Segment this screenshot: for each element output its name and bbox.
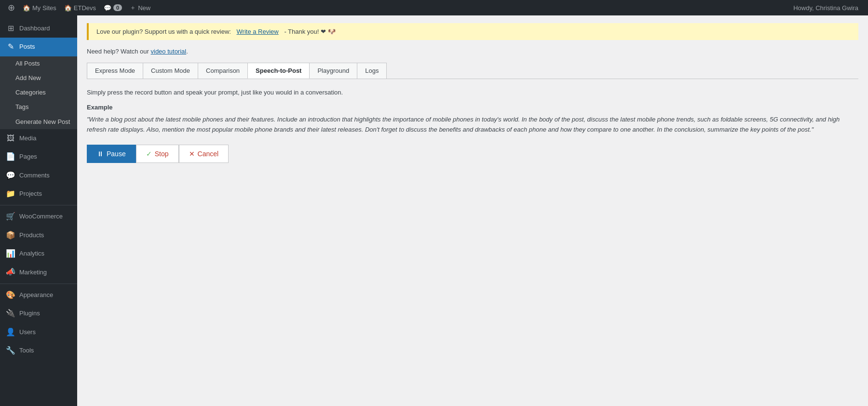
wp-logo-item[interactable]: ⊕ <box>4 0 19 15</box>
example-label: Example <box>87 104 858 111</box>
plugins-icon: 🔌 <box>6 308 15 319</box>
my-sites-icon: 🏠 <box>23 4 30 12</box>
sidebar-item-comments[interactable]: 💬 Comments <box>0 166 77 185</box>
sidebar-label-projects: Projects <box>19 189 42 198</box>
categories-label: Categories <box>15 88 46 97</box>
new-item[interactable]: ＋ New <box>126 0 154 15</box>
all-posts-label: All Posts <box>15 59 40 68</box>
tabs-container: Express Mode Custom Mode Comparison Spee… <box>87 63 858 79</box>
my-sites-label: My Sites <box>32 4 56 12</box>
cancel-label: Cancel <box>198 150 219 158</box>
woocommerce-icon: 🛒 <box>6 211 15 222</box>
stop-button[interactable]: ✓ Stop <box>136 145 179 163</box>
tags-label: Tags <box>15 103 28 111</box>
sidebar-item-woocommerce[interactable]: 🛒 WooCommerce <box>0 207 77 226</box>
add-new-label: Add New <box>15 74 41 82</box>
pause-label: Pause <box>107 150 126 158</box>
sidebar-item-appearance[interactable]: 🎨 Appearance <box>0 286 77 304</box>
main-content: Love our plugin? Support us with a quick… <box>77 15 868 406</box>
sidebar-divider-2 <box>0 284 77 284</box>
intro-text: Simply press the record button and speak… <box>87 89 858 96</box>
tab-logs[interactable]: Logs <box>357 63 387 79</box>
sidebar-item-plugins[interactable]: 🔌 Plugins <box>0 304 77 323</box>
comments-sidebar-icon: 💬 <box>6 170 15 181</box>
notice-banner: Love our plugin? Support us with a quick… <box>87 23 858 40</box>
products-icon: 📦 <box>6 230 15 241</box>
sidebar-item-users[interactable]: 👤 Users <box>0 323 77 341</box>
sidebar-divider-1 <box>0 205 77 205</box>
notice-text-before: Love our plugin? Support us with a quick… <box>96 28 231 35</box>
wp-logo-icon: ⊕ <box>8 2 15 13</box>
sidebar-label-tools: Tools <box>19 346 34 355</box>
help-text: Need help? Watch our video tutorial. <box>87 48 858 55</box>
pause-icon: ⏸ <box>97 150 104 158</box>
sidebar-submenu-categories[interactable]: Categories <box>0 85 77 100</box>
analytics-icon: 📊 <box>6 248 15 259</box>
sidebar-item-tools[interactable]: 🔧 Tools <box>0 341 77 360</box>
sidebar-label-analytics: Analytics <box>19 249 44 258</box>
appearance-icon: 🎨 <box>6 290 15 300</box>
site-item[interactable]: 🏠 ETDevs <box>60 0 100 15</box>
sidebar-label-users: Users <box>19 328 36 337</box>
tools-icon: 🔧 <box>6 345 15 356</box>
sidebar-submenu-all-posts[interactable]: All Posts <box>0 56 77 71</box>
sidebar-label-marketing: Marketing <box>19 268 47 277</box>
comment-icon: 💬 <box>104 4 111 12</box>
sidebar-item-products[interactable]: 📦 Products <box>0 226 77 244</box>
sidebar-submenu-tags[interactable]: Tags <box>0 100 77 114</box>
notice-text-after: - Thank you! ❤ 🐶 <box>284 28 335 35</box>
active-indicator <box>75 38 77 56</box>
tab-playground[interactable]: Playground <box>309 63 357 79</box>
site-icon: 🏠 <box>64 4 72 12</box>
new-label: New <box>138 4 150 12</box>
site-label: ETDevs <box>74 4 96 12</box>
sidebar-item-media[interactable]: 🖼 Media <box>0 129 77 148</box>
sidebar-label-posts: Posts <box>19 42 35 51</box>
sidebar-item-dashboard[interactable]: ⊞ Dashboard <box>0 19 77 38</box>
plus-icon: ＋ <box>130 3 136 12</box>
tab-express-mode[interactable]: Express Mode <box>87 63 143 79</box>
comments-count: 0 <box>113 4 122 11</box>
help-text-before: Need help? Watch our <box>87 48 149 55</box>
sidebar-item-posts[interactable]: ✎ Posts <box>0 38 77 56</box>
media-icon: 🖼 <box>6 133 15 144</box>
admin-bar: ⊕ 🏠 My Sites 🏠 ETDevs 💬 0 ＋ New Howdy, C… <box>0 0 868 15</box>
user-greeting: Howdy, Christina Gwira <box>787 4 864 12</box>
video-tutorial-link[interactable]: video tutorial <box>151 48 187 55</box>
pages-icon: 📄 <box>6 151 15 162</box>
posts-submenu: All Posts Add New Categories Tags Genera… <box>0 56 77 129</box>
sidebar-label-woocommerce: WooCommerce <box>19 212 63 221</box>
tab-comparison[interactable]: Comparison <box>198 63 248 79</box>
projects-icon: 📁 <box>6 189 15 199</box>
cancel-icon: ✕ <box>189 150 195 158</box>
buttons-row: ⏸ Pause ✓ Stop ✕ Cancel <box>87 145 858 163</box>
posts-icon: ✎ <box>6 41 15 52</box>
sidebar-label-plugins: Plugins <box>19 309 40 318</box>
tab-custom-mode[interactable]: Custom Mode <box>143 63 198 79</box>
tab-speech-to-post[interactable]: Speech-to-Post <box>247 63 310 79</box>
sidebar-item-projects[interactable]: 📁 Projects <box>0 185 77 203</box>
stop-label: Stop <box>155 150 169 158</box>
sidebar-submenu-add-new[interactable]: Add New <box>0 71 77 85</box>
users-icon: 👤 <box>6 327 15 338</box>
sidebar-label-pages: Pages <box>19 152 37 161</box>
help-text-after: . <box>186 48 188 55</box>
sidebar-label-comments: Comments <box>19 171 50 180</box>
cancel-button[interactable]: ✕ Cancel <box>179 145 229 163</box>
pause-button[interactable]: ⏸ Pause <box>87 145 136 163</box>
sidebar-item-analytics[interactable]: 📊 Analytics <box>0 244 77 263</box>
notice-review-link[interactable]: Write a Review <box>237 28 279 35</box>
sidebar-item-marketing[interactable]: 📣 Marketing <box>0 263 77 281</box>
sidebar-label-appearance: Appearance <box>19 291 53 299</box>
comments-item[interactable]: 💬 0 <box>100 0 126 15</box>
layout: ⊞ Dashboard ✎ Posts All Posts Add New Ca… <box>0 15 868 406</box>
sidebar-label-dashboard: Dashboard <box>19 24 50 33</box>
sidebar-label-products: Products <box>19 231 44 240</box>
sidebar-item-pages[interactable]: 📄 Pages <box>0 148 77 166</box>
stop-icon: ✓ <box>146 150 152 158</box>
generate-new-post-label: Generate New Post <box>15 118 70 126</box>
my-sites-item[interactable]: 🏠 My Sites <box>19 0 60 15</box>
tab-content-speech-to-post: Simply press the record button and speak… <box>87 89 858 163</box>
sidebar-submenu-generate-new-post[interactable]: Generate New Post <box>0 115 77 129</box>
marketing-icon: 📣 <box>6 267 15 277</box>
